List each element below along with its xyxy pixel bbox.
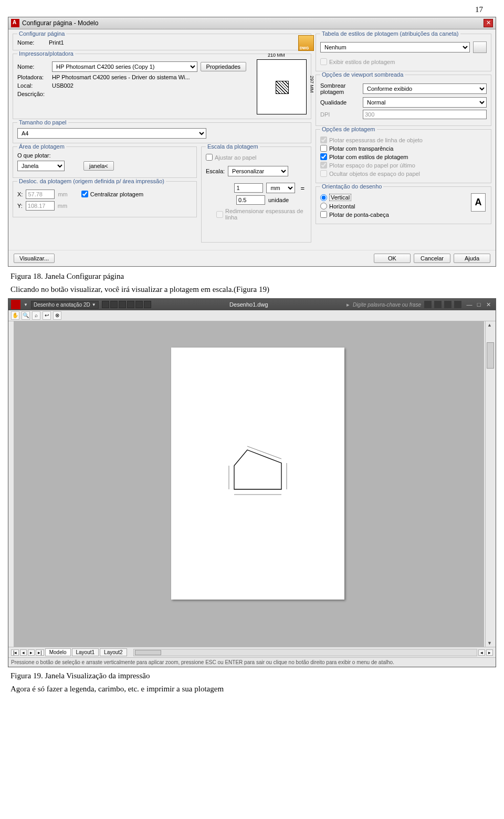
paper-height-label: 297 MM: [309, 76, 314, 93]
centralizar-checkbox[interactable]: Centralizar plotagem: [81, 191, 144, 197]
scroll-right-icon[interactable]: ▸: [486, 649, 493, 656]
group-title: Desloc. da plotagem (origem definida p/ …: [17, 178, 166, 184]
group-title: Tabela de estilos de plotagem (atribuiçõ…: [320, 30, 460, 37]
escala-unit-select[interactable]: mm: [266, 183, 295, 193]
close-icon[interactable]: ✕: [484, 19, 493, 27]
drawing-canvas[interactable]: ▲ ▼: [8, 321, 496, 647]
group-title: Opções de plotagem: [320, 126, 377, 132]
chevron-down-icon: ▼: [92, 302, 96, 307]
escala-select[interactable]: Personalizar: [228, 166, 288, 176]
qat-icon[interactable]: [102, 301, 109, 308]
scrollbar-thumb[interactable]: [487, 342, 494, 369]
minimize-icon[interactable]: —: [465, 301, 474, 308]
hatch-icon: [276, 81, 289, 94]
paper-size-select[interactable]: A4: [17, 128, 206, 139]
redim-checkbox: Redimensionar espessuras de linha: [216, 208, 307, 220]
app-icon: [11, 19, 19, 27]
bottom-text: Agora é só fazer a legenda, carimbo, etc…: [10, 685, 494, 694]
zoom-prev-icon[interactable]: ↩: [43, 311, 51, 320]
qat-icon[interactable]: [135, 301, 143, 308]
dialog-footer: Visualizar... OK Cancelar Ajuda: [8, 250, 496, 266]
cancelar-button[interactable]: Cancelar: [414, 254, 450, 263]
chk-estilos[interactable]: Plotar com estilos de plotagem: [320, 153, 487, 160]
x-label: X:: [17, 191, 23, 197]
y-label: Y:: [17, 203, 23, 209]
group-title: Escala da plotagem: [206, 143, 260, 150]
mm-label: mm: [58, 191, 67, 197]
search-input[interactable]: Digite palavra-chave ou frase: [353, 302, 421, 308]
figure-18-caption: Figura 18. Janela Configurar página: [10, 272, 494, 281]
escala-num-input[interactable]: [234, 183, 263, 193]
style-table-icon[interactable]: [473, 41, 487, 53]
figure-19-caption: Figura 19. Janela Visualização da impres…: [10, 671, 494, 680]
zoom-icon[interactable]: 🔍: [22, 311, 30, 320]
nome-value: Print1: [49, 39, 64, 46]
qualidade-label: Qualidade: [320, 99, 360, 106]
vertical-scrollbar[interactable]: ▲ ▼: [485, 321, 495, 647]
visualizar-button[interactable]: Visualizar...: [14, 254, 55, 263]
exchange-icon[interactable]: [444, 301, 452, 308]
ajuda-button[interactable]: Ajuda: [454, 254, 490, 263]
qat-icon[interactable]: [110, 301, 118, 308]
janela-button[interactable]: janela<: [83, 161, 114, 171]
qat-icon[interactable]: [119, 301, 126, 308]
chevron-right-icon[interactable]: ▸: [346, 301, 350, 308]
group-title: Opções de viewport sombreada: [320, 71, 405, 78]
tab-nav-last[interactable]: ▸|: [36, 649, 44, 656]
zoom-window-icon[interactable]: ⌕: [32, 311, 40, 320]
scroll-left-icon[interactable]: ◂: [478, 649, 485, 656]
tab-nav-prev[interactable]: ◂: [20, 649, 27, 656]
horizontal-scrollbar[interactable]: [133, 649, 477, 656]
chk-transparencia[interactable]: Plotar com transparência: [320, 145, 487, 152]
descricao-label: Descrição:: [17, 91, 49, 97]
group-orientacao: Orientação do desenho Vertical Horizonta…: [316, 186, 491, 224]
nome-label: Nome:: [17, 39, 49, 46]
sombrear-select[interactable]: Conforme exibido: [363, 83, 487, 94]
escala-den-input[interactable]: [236, 195, 265, 205]
titlebar-icons: [424, 301, 461, 308]
plot-area-select[interactable]: Janela: [17, 161, 65, 171]
page-number: 17: [0, 0, 504, 17]
tab-nav-first[interactable]: |◂: [11, 649, 19, 656]
infocenter-icon[interactable]: [424, 301, 432, 308]
tab-layout1[interactable]: Layout1: [72, 648, 99, 656]
window-controls: —□✕: [465, 301, 493, 308]
group-title: Orientação do desenho: [320, 183, 383, 190]
tab-layout2[interactable]: Layout2: [100, 648, 127, 656]
chk-ponta-cabeca[interactable]: Plotar de ponta-cabeça: [320, 211, 487, 218]
chevron-down-icon[interactable]: ▼: [24, 302, 28, 307]
workspace-select[interactable]: Desenho e anotação 2D▼: [31, 301, 99, 309]
app-menu-icon[interactable]: [11, 300, 20, 309]
scroll-up-icon[interactable]: ▲: [487, 322, 492, 328]
qualidade-select[interactable]: Normal: [363, 97, 487, 108]
tab-nav-next[interactable]: ▸: [28, 649, 35, 656]
help-icon[interactable]: [454, 301, 461, 308]
group-desloc: Desloc. da plotagem (origem definida p/ …: [13, 181, 197, 217]
printer-select[interactable]: HP Photosmart C4200 series (Copy 1): [52, 61, 197, 72]
tool-icon[interactable]: ⊗: [53, 311, 61, 320]
acad-window: ▼ Desenho e anotação 2D▼ Desenho1.dwg ▸ …: [8, 298, 496, 667]
pan-icon[interactable]: ✋: [11, 311, 19, 320]
tab-modelo[interactable]: Modelo: [45, 648, 71, 656]
qat-icon[interactable]: [127, 301, 134, 308]
close-icon[interactable]: ✕: [484, 301, 493, 308]
scrollbar-thumb[interactable]: [135, 650, 161, 655]
ok-button[interactable]: OK: [374, 254, 411, 263]
document-name: Desenho1.dwg: [154, 301, 343, 308]
orientation-icon: A: [471, 193, 486, 212]
maximize-icon[interactable]: □: [474, 301, 484, 308]
group-title: Tamanho do papel: [17, 119, 68, 125]
group-viewport: Opções de viewport sombreada Sombrear pl…: [316, 75, 491, 126]
star-icon[interactable]: [434, 301, 442, 308]
plot-style-select[interactable]: Nenhum: [320, 42, 470, 52]
viewport-toolbar: ✋ 🔍 ⌕ ↩ ⊗: [8, 310, 496, 321]
scroll-down-icon[interactable]: ▼: [487, 640, 492, 646]
drawing-shape: [224, 442, 292, 500]
qat-icon[interactable]: [144, 301, 151, 308]
ajustar-checkbox[interactable]: Ajustar ao papel: [206, 154, 307, 161]
dialog-title: Configurar página - Modelo: [22, 19, 484, 27]
group-config-pagina: Configurar página Nome: Print1: [13, 34, 311, 50]
radio-horizontal[interactable]: Horizontal: [320, 203, 487, 209]
radio-vertical[interactable]: Vertical: [320, 194, 487, 201]
propriedades-button[interactable]: Propriedades: [201, 62, 246, 71]
